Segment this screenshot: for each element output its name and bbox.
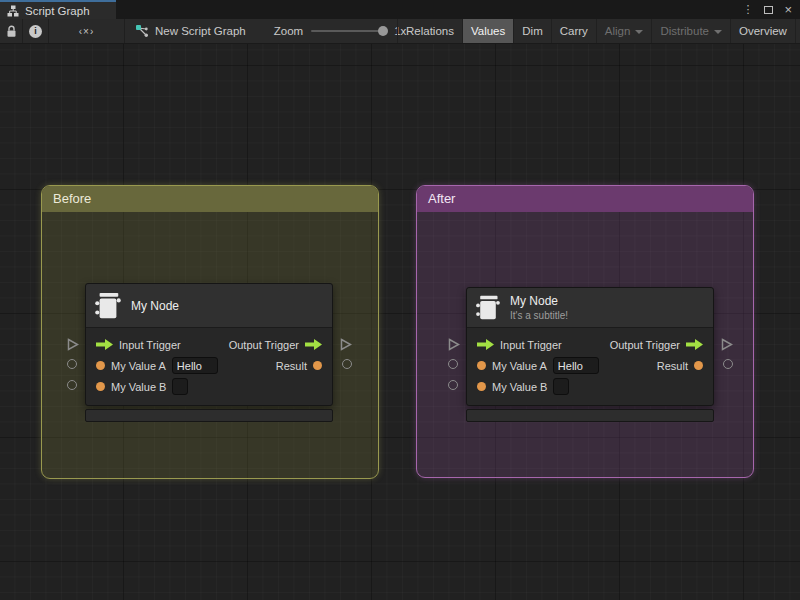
- value-input-port-icon[interactable]: [448, 380, 458, 390]
- node-subtitle: It's a subtitle!: [510, 310, 568, 321]
- node-my-node-before[interactable]: My Node Input Trigger Output Trigger: [85, 283, 333, 422]
- result-port[interactable]: Result: [276, 360, 322, 372]
- unit-node-icon: [475, 294, 501, 322]
- info-icon: i: [29, 25, 42, 38]
- relations-button[interactable]: Relations: [397, 19, 462, 43]
- new-script-graph-button[interactable]: New Script Graph: [135, 19, 246, 43]
- node-footer-bar[interactable]: [85, 409, 333, 422]
- node-header[interactable]: My Node It's a subtitle!: [467, 288, 713, 328]
- value-a-port[interactable]: My Value A: [96, 357, 218, 374]
- value-b-input[interactable]: [553, 378, 569, 395]
- flow-output-port-icon[interactable]: [721, 338, 733, 351]
- input-trigger-port[interactable]: Input Trigger: [96, 339, 181, 351]
- value-output-port-icon[interactable]: [723, 359, 733, 369]
- node-box[interactable]: My Node It's a subtitle! Input Trigger: [466, 287, 714, 406]
- input-trigger-port[interactable]: Input Trigger: [477, 339, 562, 351]
- value-a-input[interactable]: [172, 357, 218, 374]
- graph-toolbar: i ‹×› New Script Graph Zoom 1x Relations: [0, 19, 800, 44]
- flow-arrow-icon: [686, 339, 703, 350]
- full-screen-button[interactable]: Full Screen: [795, 19, 800, 43]
- result-port[interactable]: Result: [657, 360, 703, 372]
- flow-input-port-icon[interactable]: [448, 338, 460, 351]
- string-port-icon: [96, 382, 105, 391]
- zoom-slider[interactable]: [311, 30, 386, 32]
- chevron-down-icon: [635, 30, 643, 34]
- node-body: Input Trigger Output Trigger My Valu: [86, 328, 332, 405]
- tab-bar: Script Graph ⋮ ×: [0, 0, 800, 19]
- graph-hierarchy-icon: [7, 5, 19, 17]
- port-row-value-b: My Value B: [86, 376, 332, 397]
- close-icon[interactable]: ×: [784, 3, 792, 16]
- align-dropdown[interactable]: Align: [596, 19, 652, 43]
- lock-icon: [6, 25, 17, 38]
- string-port-icon: [313, 361, 322, 370]
- info-button[interactable]: i: [23, 19, 49, 43]
- output-trigger-port[interactable]: Output Trigger: [229, 339, 322, 351]
- value-input-port-icon[interactable]: [67, 359, 77, 369]
- unit-node-icon: [94, 291, 122, 321]
- new-script-graph-label: New Script Graph: [155, 25, 246, 37]
- string-port-icon: [694, 361, 703, 370]
- carry-button[interactable]: Carry: [551, 19, 596, 43]
- port-row-value-b: My Value B: [467, 376, 713, 397]
- window-controls: ⋮ ×: [742, 0, 800, 19]
- node-title: My Node: [131, 299, 179, 313]
- value-b-port[interactable]: My Value B: [477, 378, 569, 395]
- node-my-node-after[interactable]: My Node It's a subtitle! Input Trigger: [466, 287, 714, 422]
- zoom-control: Zoom 1x: [274, 19, 407, 43]
- output-trigger-port[interactable]: Output Trigger: [610, 339, 703, 351]
- value-output-port-icon[interactable]: [342, 359, 352, 369]
- flow-arrow-icon: [477, 339, 494, 350]
- port-row-triggers: Input Trigger Output Trigger: [86, 334, 332, 355]
- code-icon: ‹×›: [79, 26, 95, 37]
- node-footer-bar[interactable]: [466, 409, 714, 422]
- flow-output-port-icon[interactable]: [340, 338, 352, 351]
- string-port-icon: [477, 382, 486, 391]
- chevron-down-icon: [714, 30, 722, 34]
- node-header[interactable]: My Node: [86, 284, 332, 328]
- maximize-icon[interactable]: [764, 6, 773, 14]
- values-button[interactable]: Values: [462, 19, 513, 43]
- string-port-icon: [477, 361, 486, 370]
- overview-button[interactable]: Overview: [730, 19, 795, 43]
- value-b-port[interactable]: My Value B: [96, 378, 188, 395]
- flow-arrow-icon: [96, 339, 113, 350]
- value-input-port-icon[interactable]: [67, 380, 77, 390]
- script-graph-asset-icon: [135, 24, 149, 38]
- node-box[interactable]: My Node Input Trigger Output Trigger: [85, 283, 333, 406]
- string-port-icon: [96, 361, 105, 370]
- tab-label: Script Graph: [25, 5, 90, 17]
- distribute-dropdown[interactable]: Distribute: [651, 19, 730, 43]
- flow-arrow-icon: [305, 339, 322, 350]
- script-graph-window: Script Graph ⋮ × i ‹×›: [0, 0, 800, 600]
- value-a-input[interactable]: [553, 357, 599, 374]
- value-a-port[interactable]: My Value A: [477, 357, 599, 374]
- code-view-button[interactable]: ‹×›: [49, 19, 125, 43]
- zoom-label: Zoom: [274, 25, 303, 37]
- group-before-header[interactable]: Before: [42, 186, 378, 212]
- tab-script-graph[interactable]: Script Graph: [0, 0, 116, 19]
- port-row-value-a: My Value A Result: [86, 355, 332, 376]
- window-menu-icon[interactable]: ⋮: [742, 4, 753, 15]
- node-title: My Node: [510, 294, 568, 308]
- graph-canvas[interactable]: Before After: [0, 44, 800, 600]
- node-body: Input Trigger Output Trigger My Valu: [467, 328, 713, 405]
- dim-button[interactable]: Dim: [513, 19, 550, 43]
- toolbar-right-group: Relations Values Dim Carry Align Distrib…: [397, 19, 800, 43]
- lock-button[interactable]: [0, 19, 23, 43]
- value-b-input[interactable]: [172, 378, 188, 395]
- port-row-triggers: Input Trigger Output Trigger: [467, 334, 713, 355]
- flow-input-port-icon[interactable]: [67, 338, 79, 351]
- zoom-slider-handle[interactable]: [378, 26, 388, 36]
- value-input-port-icon[interactable]: [448, 359, 458, 369]
- port-row-value-a: My Value A Result: [467, 355, 713, 376]
- group-after-header[interactable]: After: [417, 186, 753, 212]
